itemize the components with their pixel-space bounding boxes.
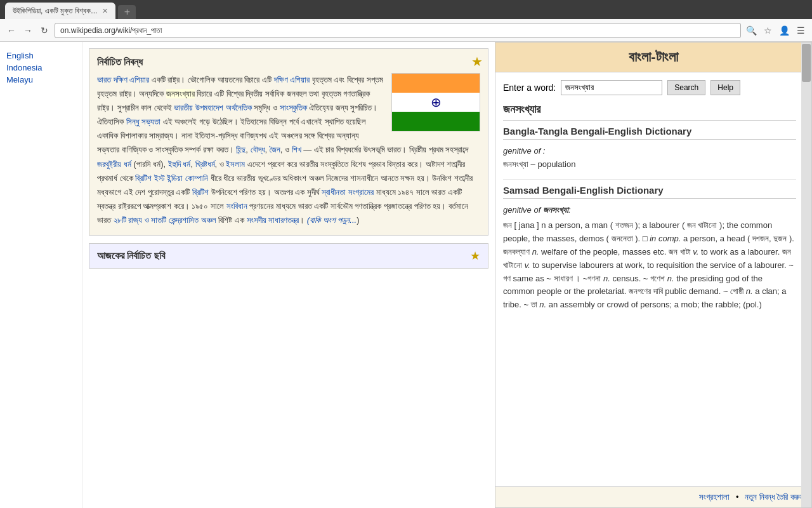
reload-button[interactable]: ↻: [38, 24, 51, 37]
dictionary-panel: বাংলা-টাংলা Enter a word: Search Help জন…: [495, 42, 812, 508]
link-christianity[interactable]: খ্রিষ্টধর্ম: [195, 159, 215, 169]
dict-footer-separator: •: [736, 492, 739, 502]
dict-entry-2-1-italic: genitive of জনসংখ্যা:: [503, 205, 571, 215]
dict-entry-1-1-italic: genitive of :: [503, 146, 546, 156]
main-content: নির্বাচিত নিবন্ধ ★ ⊕ ভারত দক্ষিণ এশিয়ার…: [82, 42, 495, 508]
main-layout: English Indonesia Melayu নির্বাচিত নিবন্…: [0, 42, 812, 508]
link-british[interactable]: ব্রিটিশ: [192, 187, 209, 197]
todays-image-box: আজকের নির্বাচিত ছবি ★: [89, 243, 488, 269]
dict-entry-2-2: জন [ jana ] n a person, a man ( শতজন ); …: [503, 219, 796, 312]
dict-section-1-title: Bangla-Tangla Bengali-English Dictionary: [503, 126, 796, 140]
tab-label: উইকিপিডিয়া, একটি মুক্ত বিশ্বক...: [13, 6, 97, 15]
dict-section-2-title: Samsad Bengali-English Dictionary: [503, 185, 796, 199]
link-hindu[interactable]: হিন্দু: [236, 145, 246, 154]
link-zoroastrian[interactable]: জরথুষ্ট্রীয় ধর্ম: [97, 159, 131, 169]
link-indian-subcontinent[interactable]: ভারতীয় উপমহাদেশ: [174, 103, 223, 112]
link-constitution[interactable]: সংবিধান: [226, 201, 247, 211]
dict-footer-link-2[interactable]: নতুন নিবন্ধ তৈরি করুন: [745, 492, 804, 502]
dict-body: Enter a word: Search Help জনসংখ্যার Bang…: [495, 72, 811, 486]
dict-entry-2-1: genitive of জনসংখ্যা:: [503, 204, 796, 217]
browser-chrome: উইকিপিডিয়া, একটি মুক্ত বিশ্বক... ✕ +: [0, 0, 812, 19]
read-more-link[interactable]: বাকি অংশ পড়ুন...: [310, 215, 357, 225]
dict-help-button[interactable]: Help: [710, 80, 740, 95]
link-freedom[interactable]: স্বাধীনতা সংগ্রামের: [322, 187, 374, 197]
ashoka-chakra: ⊕: [431, 95, 442, 110]
link-islam[interactable]: ইসলাম: [226, 159, 245, 169]
link-sikh[interactable]: শিখ: [292, 145, 301, 154]
featured-article-box: নির্বাচিত নিবন্ধ ★ ⊕ ভারত দক্ষিণ এশিয়ার…: [89, 48, 488, 236]
todays-image-title: আজকের নির্বাচিত ছবি: [97, 250, 165, 262]
active-tab[interactable]: উইকিপিডিয়া, একটি মুক্ত বিশ্বক... ✕: [5, 3, 115, 19]
link-buddhist[interactable]: বৌদ্ধ: [251, 145, 265, 154]
dict-word-header: জনসংখ্যার: [503, 103, 796, 121]
sidebar-link-english[interactable]: English: [6, 51, 75, 60]
dict-footer-link-1[interactable]: সংগ্রহশালা: [699, 492, 730, 502]
dict-section-2: Samsad Bengali-English Dictionary geniti…: [503, 185, 796, 312]
dict-search-input[interactable]: [561, 80, 662, 95]
link-parliamentary[interactable]: সংসদীয় সাধারণতন্ত্র: [247, 215, 299, 225]
dict-search-button[interactable]: Search: [667, 80, 705, 95]
todays-image-star[interactable]: ★: [470, 249, 480, 263]
link-south-asia2[interactable]: দক্ষিণ এশিয়ার: [274, 75, 310, 84]
back-button[interactable]: ←: [5, 24, 18, 37]
link-bharat[interactable]: ভারত: [97, 75, 111, 84]
link-jain[interactable]: জৈন: [270, 145, 280, 154]
sidebar-link-indonesia[interactable]: Indonesia: [6, 63, 75, 72]
dict-entry-1-2: জনসংখ্যা – population: [503, 158, 796, 171]
dict-scrollbar[interactable]: [801, 43, 811, 507]
dict-section-1: Bangla-Tangla Bengali-English Dictionary…: [503, 126, 796, 171]
flag-white-stripe: ⊕: [392, 93, 480, 112]
flag-green-stripe: [392, 112, 480, 131]
section-divider: [503, 179, 796, 180]
address-input[interactable]: [55, 23, 741, 38]
featured-title: নির্বাচিত নিবন্ধ: [97, 57, 480, 68]
address-bar: ← → ↻ 🔍 ☆ 👤 ☰: [0, 19, 812, 42]
link-indus[interactable]: সিন্ধু সভ্যতা: [126, 117, 161, 126]
tab-bar: উইকিপিডিয়া, একটি মুক্ত বিশ্বক... ✕ +: [5, 0, 136, 19]
menu-icon[interactable]: ☰: [794, 24, 807, 37]
new-tab-button[interactable]: +: [118, 5, 136, 19]
link-east-india[interactable]: ব্রিটিশ ইস্ট ইন্ডিয়া কোম্পানি: [135, 173, 208, 183]
dict-entry-1-1: genitive of :: [503, 145, 796, 158]
link-judaism[interactable]: ইহুদি ধর্ম: [168, 159, 191, 169]
link-economic[interactable]: অর্থনৈতিক: [226, 103, 252, 112]
india-flag: ⊕: [391, 73, 480, 131]
search-icon[interactable]: 🔍: [745, 24, 757, 37]
bookmark-icon[interactable]: ☆: [761, 24, 774, 37]
read-more-paren: ): [357, 215, 359, 225]
dict-header: বাংলা-টাংলা: [495, 43, 811, 72]
dict-search-row: Enter a word: Search Help: [503, 80, 796, 95]
forward-button[interactable]: →: [22, 24, 34, 37]
dict-footer: সংগ্রহশালা • নতুন নিবন্ধ তৈরি করুন: [495, 486, 811, 507]
flag-orange-stripe: [392, 74, 480, 93]
close-tab-icon[interactable]: ✕: [102, 7, 108, 15]
sidebar: English Indonesia Melayu: [0, 42, 82, 508]
highlighted-word: জনসংখ্যার: [166, 89, 195, 98]
sidebar-link-melayu[interactable]: Melayu: [6, 75, 75, 84]
link-28states[interactable]: ২৮টি রাজ্য ও সাতটি কেন্দ্রশাসিত অঞ্চল: [114, 215, 216, 225]
featured-star-icon[interactable]: ★: [471, 54, 483, 69]
dict-scrollbar-thumb[interactable]: [802, 44, 811, 82]
link-cultural[interactable]: সাংস্কৃতিক: [280, 103, 307, 112]
dict-search-label: Enter a word:: [503, 83, 556, 93]
link-south-asia[interactable]: দক্ষিণ এশিয়ার: [114, 75, 150, 84]
user-icon[interactable]: 👤: [778, 24, 790, 37]
